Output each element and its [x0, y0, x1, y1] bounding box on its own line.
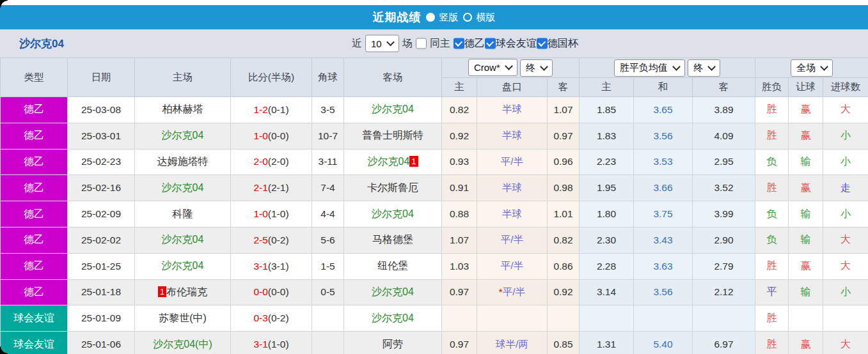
sub-header-ah-home: 主 — [442, 78, 477, 97]
match-type-cell: 德乙 — [1, 279, 68, 305]
odds-company-period-value: 终 — [526, 62, 535, 74]
home-team-cell: 科隆 — [135, 201, 231, 227]
result-cell: 胜 — [755, 305, 789, 332]
avg-odds-period-value: 终 — [693, 62, 703, 74]
match-type-cell: 德乙 — [1, 123, 68, 149]
spread-result-cell: 赢 — [789, 332, 823, 354]
score-cell: 1-2(0-1) — [231, 97, 312, 123]
table-row: 德乙25-01-181布伦瑞克0-0(0-0)0-5沙尔克040.97*平/半0… — [1, 279, 868, 305]
league-friendly-checkbox[interactable] — [485, 38, 496, 49]
score-cell: 0-3(0-2) — [231, 305, 312, 332]
corners-cell: 0-5 — [312, 279, 344, 305]
match-count-value: 10 — [371, 38, 382, 49]
avg-draw-odds-cell: 3.75 — [634, 201, 693, 227]
away-team-cell: 纽伦堡 — [344, 253, 442, 279]
col-header-home: 主场 — [135, 58, 231, 97]
result-cell: 胜 — [755, 253, 789, 279]
score-cell: 2-5(0-2) — [231, 227, 312, 253]
league-friendly-label[interactable]: 球会友谊 — [496, 37, 537, 50]
match-type-cell: 球会友谊 — [1, 305, 68, 332]
ah-away-odds-cell: 0.97 — [548, 123, 580, 149]
league-cup-label[interactable]: 德国杯 — [548, 37, 578, 50]
date-cell: 25-01-25 — [68, 253, 135, 279]
avg-odds-select[interactable]: 胜平负均值 — [614, 59, 685, 77]
avg-home-odds-cell: 1.83 — [580, 123, 634, 149]
spread-result-cell: 赢 — [789, 253, 823, 279]
result-cell: 负 — [755, 227, 789, 253]
ah-away-odds-cell: 0.98 — [548, 175, 580, 201]
score-cell: 1-0(1-0) — [231, 201, 312, 227]
avg-draw-odds-cell: 3.43 — [634, 227, 693, 253]
match-type-cell: 德乙 — [1, 97, 68, 123]
page-title: 近期战绩 — [373, 10, 422, 25]
sub-header-avg-home: 主 — [580, 78, 634, 97]
ah-home-odds-cell: 0.93 — [442, 149, 477, 175]
match-count-select[interactable]: 10 — [365, 35, 399, 52]
odds-company-select[interactable]: Crow* — [468, 59, 517, 76]
score-cell: 2-0(2-0) — [231, 149, 312, 175]
spread-result-cell: 输 — [789, 279, 823, 305]
home-team-cell: 沙尔克04 — [135, 123, 231, 149]
layout-vertical-radio[interactable] — [426, 13, 435, 22]
same-home-checkbox[interactable] — [416, 38, 427, 49]
table-row: 德乙25-02-16沙尔克042-1(2-1)7-4卡尔斯鲁厄0.91半球0.9… — [1, 175, 868, 201]
spread-result-cell: 赢 — [789, 123, 823, 149]
avg-odds-group-header: 胜平负均值 终 — [580, 58, 755, 78]
ah-line-cell: 平/半 — [477, 227, 548, 253]
layout-horizontal-radio[interactable] — [463, 13, 472, 22]
top-strip — [0, 0, 868, 5]
spread-result-cell: 赢 — [789, 175, 823, 201]
ah-home-odds-cell: 0.92 — [442, 123, 477, 149]
ah-away-odds-cell: 0.96 — [548, 149, 580, 175]
league-de2-label[interactable]: 德乙 — [464, 37, 485, 50]
layout-vertical-label[interactable]: 竖版 — [439, 12, 459, 24]
filter-controls: 近 10 场 同主 德乙 球会友谊 德国杯 — [349, 35, 578, 52]
avg-odds-period-select[interactable]: 终 — [688, 59, 720, 77]
same-home-label[interactable]: 同主 — [430, 37, 450, 50]
match-type-cell: 德乙 — [1, 253, 68, 279]
date-cell: 25-01-09 — [68, 305, 135, 332]
away-team-cell: 沙尔克04 — [344, 201, 442, 227]
result-cell: 负 — [755, 201, 789, 227]
sub-header-avg-away: 客 — [693, 78, 755, 97]
avg-home-odds-cell: 1.95 — [580, 175, 634, 201]
league-de2-checkbox[interactable] — [454, 38, 464, 49]
avg-home-odds-cell: 1.85 — [580, 97, 634, 123]
away-team-cell: 马格德堡 — [344, 227, 442, 253]
league-cup-checkbox[interactable] — [537, 38, 548, 49]
team-title: 沙尔克04 — [19, 36, 64, 51]
avg-draw-odds-cell — [634, 305, 693, 332]
goals-result-cell: 小 — [823, 279, 868, 305]
avg-away-odds-cell: 3.89 — [693, 97, 755, 123]
spread-result-cell: 输 — [789, 201, 823, 227]
goals-result-cell: 小 — [823, 201, 868, 227]
scope-select[interactable]: 全场 — [791, 59, 833, 77]
sub-header-ah-away: 客 — [548, 78, 580, 97]
home-team-cell: 沙尔克04 — [135, 227, 231, 253]
score-cell: 2-1(2-1) — [231, 175, 312, 201]
ah-home-odds-cell: 0.88 — [442, 201, 477, 227]
score-cell: 3-1(3-1) — [231, 253, 312, 279]
avg-away-odds-cell: 2.95 — [693, 149, 755, 175]
goals-result-cell: 小 — [823, 149, 868, 175]
goals-result-cell: 小 — [823, 123, 868, 149]
ah-away-odds-cell: 0.86 — [548, 253, 580, 279]
avg-away-odds-cell — [693, 305, 755, 332]
avg-home-odds-cell: 1.31 — [580, 332, 634, 354]
result-cell: 平 — [755, 279, 789, 305]
corners-cell: 5-6 — [312, 227, 344, 253]
date-cell: 25-01-18 — [68, 279, 135, 305]
ah-away-odds-cell: 0.92 — [548, 279, 580, 305]
avg-draw-odds-cell: 3.53 — [634, 149, 693, 175]
sub-header-goals: 进球数 — [823, 78, 868, 97]
date-cell: 25-03-01 — [68, 123, 135, 149]
goals-result-cell — [823, 305, 868, 332]
sub-header-spread: 让球 — [789, 78, 823, 97]
layout-horizontal-label[interactable]: 横版 — [477, 12, 496, 24]
odds-company-period-select[interactable]: 终 — [520, 59, 553, 77]
ah-away-odds-cell: 0.82 — [548, 227, 580, 253]
ah-line-cell: 平/半 — [477, 253, 548, 279]
score-cell: 1-0(0-0) — [231, 123, 312, 149]
table-row: 德乙25-02-09科隆1-0(1-0)4-4沙尔克040.88半球1.011.… — [1, 201, 868, 227]
ah-away-odds-cell: 1.07 — [548, 97, 580, 123]
